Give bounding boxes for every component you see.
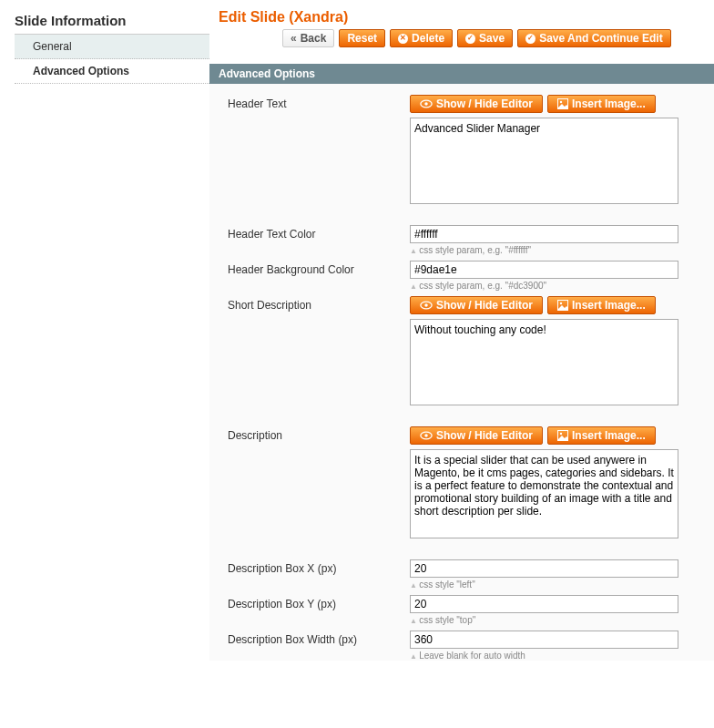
sidebar-title: Slide Information bbox=[15, 9, 209, 35]
show-hide-editor-button[interactable]: Show / Hide Editor bbox=[410, 426, 543, 445]
svg-point-11 bbox=[560, 433, 562, 435]
desc-box-y-input[interactable] bbox=[410, 595, 678, 613]
image-icon bbox=[557, 430, 568, 441]
row-description: Description Show / Hide Editor Insert Im… bbox=[228, 426, 714, 541]
show-hide-editor-button[interactable]: Show / Hide Editor bbox=[410, 95, 543, 113]
desc-box-x-input[interactable] bbox=[410, 559, 678, 578]
row-desc-box-x: Description Box X (px) css style "left" bbox=[228, 559, 714, 590]
description-textarea[interactable] bbox=[410, 449, 678, 538]
svg-point-1 bbox=[424, 102, 428, 106]
back-arrow-icon: « bbox=[291, 32, 297, 45]
delete-button[interactable]: ✕ Delete bbox=[390, 29, 453, 47]
section-header: Advanced Options bbox=[209, 64, 714, 84]
insert-image-button[interactable]: Insert Image... bbox=[547, 296, 656, 314]
label-header-text: Header Text bbox=[228, 95, 410, 110]
hint-desc-box-width: Leave blank for auto width bbox=[410, 651, 714, 661]
svg-point-3 bbox=[560, 101, 562, 103]
row-desc-box-width: Description Box Width (px) Leave blank f… bbox=[228, 631, 714, 661]
page-header: Edit Slide (Xandra) « Back Reset ✕ Delet… bbox=[209, 9, 714, 55]
check-icon: ✓ bbox=[525, 34, 536, 44]
form-body: Header Text Show / Hide Editor Insert Im… bbox=[209, 84, 714, 661]
sidebar: Slide Information General Advanced Optio… bbox=[0, 0, 209, 666]
image-icon bbox=[557, 300, 568, 311]
row-header-bg-color: Header Background Color css style param,… bbox=[228, 261, 714, 291]
row-header-text: Header Text Show / Hide Editor Insert Im… bbox=[228, 95, 714, 207]
delete-icon: ✕ bbox=[398, 34, 408, 44]
page-title: Edit Slide (Xandra) bbox=[219, 9, 714, 26]
svg-point-5 bbox=[424, 303, 428, 307]
show-hide-editor-button[interactable]: Show / Hide Editor bbox=[410, 296, 543, 314]
short-description-textarea[interactable] bbox=[410, 319, 678, 405]
label-header-text-color: Header Text Color bbox=[228, 225, 410, 241]
eye-icon bbox=[420, 99, 433, 108]
save-continue-button[interactable]: ✓ Save And Continue Edit bbox=[517, 29, 671, 47]
label-desc-box-width: Description Box Width (px) bbox=[228, 631, 410, 646]
desc-box-width-input[interactable] bbox=[410, 631, 678, 649]
row-header-text-color: Header Text Color css style param, e.g. … bbox=[228, 225, 714, 255]
back-button[interactable]: « Back bbox=[282, 29, 334, 47]
header-text-textarea[interactable] bbox=[410, 118, 678, 204]
insert-image-button[interactable]: Insert Image... bbox=[547, 95, 656, 113]
check-icon: ✓ bbox=[465, 34, 475, 44]
sidebar-item-advanced-options[interactable]: Advanced Options bbox=[15, 59, 209, 84]
hint-header-bg-color: css style param, e.g. "#dc3900" bbox=[410, 281, 714, 291]
button-row: « Back Reset ✕ Delete ✓ Save ✓ Save And … bbox=[219, 29, 714, 47]
insert-image-button[interactable]: Insert Image... bbox=[547, 426, 656, 445]
label-short-description: Short Description bbox=[228, 296, 410, 312]
eye-icon bbox=[420, 431, 433, 440]
label-description: Description bbox=[228, 426, 410, 442]
hint-header-text-color: css style param, e.g. "#ffffff" bbox=[410, 245, 714, 255]
hint-desc-box-x: css style "left" bbox=[410, 579, 714, 590]
image-icon bbox=[557, 98, 568, 109]
label-desc-box-y: Description Box Y (px) bbox=[228, 595, 410, 610]
svg-point-7 bbox=[560, 302, 562, 304]
svg-point-9 bbox=[424, 434, 428, 437]
header-bg-color-input[interactable] bbox=[410, 261, 678, 279]
save-button[interactable]: ✓ Save bbox=[457, 29, 513, 47]
hint-desc-box-y: css style "top" bbox=[410, 615, 714, 625]
header-text-color-input[interactable] bbox=[410, 225, 678, 243]
eye-icon bbox=[420, 301, 433, 310]
label-header-bg-color: Header Background Color bbox=[228, 261, 410, 276]
label-desc-box-x: Description Box X (px) bbox=[228, 559, 410, 575]
row-short-description: Short Description Show / Hide Editor Ins… bbox=[228, 296, 714, 408]
main-content: Edit Slide (Xandra) « Back Reset ✕ Delet… bbox=[209, 0, 714, 666]
reset-button[interactable]: Reset bbox=[339, 29, 385, 47]
row-desc-box-y: Description Box Y (px) css style "top" bbox=[228, 595, 714, 625]
sidebar-item-general[interactable]: General bbox=[15, 35, 209, 59]
